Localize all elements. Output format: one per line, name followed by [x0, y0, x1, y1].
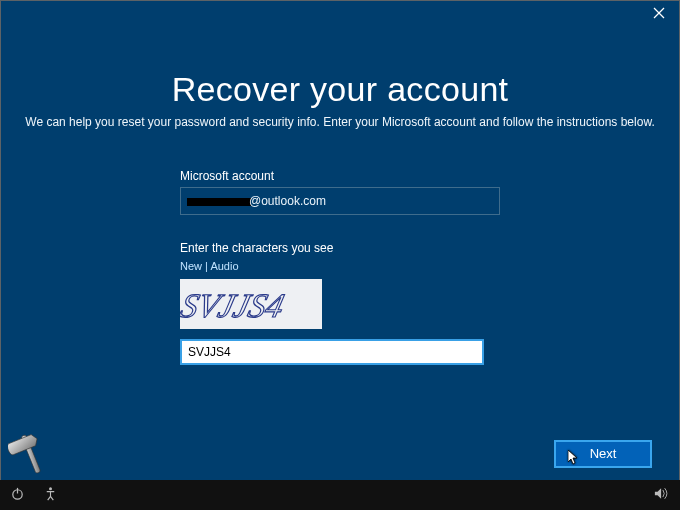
- account-value-suffix: @outlook.com: [249, 194, 326, 208]
- captcha-links: New | Audio: [180, 259, 500, 273]
- account-input[interactable]: @outlook.com: [180, 187, 500, 215]
- next-button[interactable]: Next: [554, 440, 652, 468]
- captcha-audio-link[interactable]: Audio: [210, 260, 238, 272]
- main-content: Recover your account We can help you res…: [0, 70, 680, 365]
- ease-of-access-icon[interactable]: [43, 486, 58, 505]
- close-button[interactable]: [638, 0, 680, 26]
- hammer-icon: [8, 428, 54, 478]
- recover-form: Microsoft account @outlook.com Enter the…: [180, 169, 500, 365]
- captcha-new-link[interactable]: New: [180, 260, 202, 272]
- next-button-label: Next: [590, 446, 617, 461]
- captcha-image: SVJJS4: [180, 279, 322, 329]
- captcha-label: Enter the characters you see: [180, 241, 500, 255]
- svg-point-5: [49, 487, 52, 490]
- taskbar: [0, 480, 680, 510]
- titlebar: [0, 0, 680, 26]
- volume-icon[interactable]: [654, 486, 670, 505]
- account-label: Microsoft account: [180, 169, 500, 183]
- redacted-username: [187, 198, 251, 206]
- captcha-text-glyphs: SVJJS4: [180, 286, 288, 323]
- mouse-cursor-icon: [568, 450, 580, 474]
- close-icon: [653, 7, 665, 19]
- page-title: Recover your account: [0, 70, 680, 109]
- page-subtitle: We can help you reset your password and …: [0, 115, 680, 129]
- captcha-input[interactable]: [180, 339, 484, 365]
- hammer-watermark: [8, 428, 54, 482]
- power-icon[interactable]: [10, 486, 25, 505]
